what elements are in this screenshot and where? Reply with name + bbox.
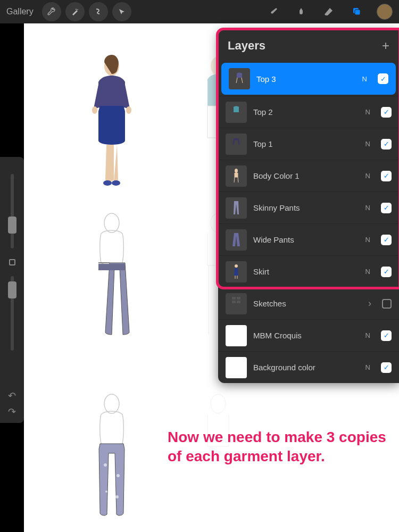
wand-tool-button[interactable] — [65, 2, 85, 21]
layer-name-label: Skirt — [253, 267, 359, 276]
layer-thumbnail — [226, 229, 247, 251]
layer-blend-mode[interactable]: N — [365, 172, 370, 180]
layer-blend-mode[interactable]: N — [365, 363, 370, 371]
selection-tool-button[interactable] — [89, 2, 108, 21]
svg-rect-21 — [232, 301, 236, 303]
layer-thumbnail — [226, 357, 247, 378]
layer-blend-mode[interactable]: N — [365, 268, 370, 276]
svg-point-17 — [235, 169, 238, 173]
smudge-tool-button[interactable] — [293, 3, 310, 20]
layer-thumbnail — [226, 325, 247, 346]
svg-point-13 — [117, 474, 120, 477]
layer-visibility-checkbox[interactable]: ✓ — [378, 73, 388, 84]
layer-visibility-checkbox[interactable] — [382, 299, 392, 309]
svg-rect-19 — [232, 297, 236, 300]
layer-visibility-checkbox[interactable]: ✓ — [381, 235, 392, 245]
svg-point-12 — [104, 463, 107, 467]
svg-point-3 — [92, 106, 97, 114]
svg-point-14 — [105, 491, 107, 493]
svg-point-11 — [104, 394, 119, 413]
layer-item[interactable]: Body Color 1N✓ — [218, 160, 399, 192]
figure-sketch-5 — [80, 390, 144, 532]
layer-thumbnail — [226, 102, 247, 123]
layers-panel-title: Layers — [228, 39, 265, 53]
brush-tool-button[interactable] — [265, 3, 282, 20]
layer-blend-mode[interactable]: N — [362, 75, 367, 83]
layer-name-label: Body Color 1 — [253, 171, 359, 180]
layer-blend-mode[interactable]: N — [365, 236, 370, 244]
arrow-tool-button[interactable] — [112, 2, 131, 21]
layer-item[interactable]: Wide PantsN✓ — [218, 223, 399, 255]
eraser-tool-button[interactable] — [320, 3, 337, 20]
layer-name-label: Sketches — [253, 299, 362, 308]
layer-visibility-checkbox[interactable]: ✓ — [381, 107, 392, 118]
layer-name-label: Top 3 — [256, 74, 356, 84]
svg-point-16 — [211, 394, 226, 413]
layer-visibility-checkbox[interactable]: ✓ — [381, 139, 392, 149]
opacity-slider[interactable] — [11, 276, 14, 351]
wrench-tool-button[interactable] — [42, 2, 61, 21]
layer-thumbnail — [226, 165, 247, 187]
layer-name-label: Wide Pants — [253, 235, 359, 244]
chevron-right-icon: › — [368, 298, 371, 309]
layer-item[interactable]: Top 1N✓ — [218, 128, 399, 160]
layer-name-label: Skinny Pants — [253, 203, 359, 212]
layer-blend-mode[interactable]: N — [365, 331, 370, 339]
layer-thumbnail — [229, 68, 250, 89]
layer-thumbnail — [226, 293, 247, 314]
layer-visibility-checkbox[interactable]: ✓ — [381, 171, 392, 181]
layer-name-label: Background color — [253, 363, 359, 372]
svg-point-8 — [104, 213, 119, 232]
svg-rect-1 — [355, 10, 360, 15]
modifier-button[interactable] — [9, 259, 15, 265]
layer-item[interactable]: Skinny PantsN✓ — [218, 192, 399, 223]
svg-point-5 — [103, 180, 112, 186]
layer-blend-mode[interactable]: N — [365, 108, 370, 116]
svg-point-4 — [126, 106, 131, 114]
layer-item[interactable]: Top 2N✓ — [218, 96, 399, 128]
svg-point-15 — [115, 495, 119, 498]
layer-name-label: Top 2 — [253, 107, 359, 117]
layer-visibility-checkbox[interactable]: ✓ — [381, 330, 392, 341]
svg-point-6 — [112, 180, 120, 186]
redo-button[interactable]: ↷ — [8, 406, 16, 418]
layer-thumbnail — [226, 134, 247, 155]
layer-item[interactable]: Top 3N✓ — [221, 63, 396, 95]
layer-blend-mode[interactable]: N — [365, 204, 370, 212]
left-sidebar: ↶ ↷ — [0, 157, 24, 423]
layer-item[interactable]: Background colorN✓ — [218, 351, 399, 383]
top-toolbar: Gallery — [0, 0, 399, 23]
color-picker-button[interactable] — [377, 4, 393, 20]
layer-visibility-checkbox[interactable]: ✓ — [381, 203, 392, 213]
undo-button[interactable]: ↶ — [8, 390, 16, 402]
figure-sketch-1 — [80, 53, 144, 204]
svg-point-18 — [235, 264, 238, 268]
layer-visibility-checkbox[interactable]: ✓ — [381, 362, 392, 373]
annotation-text: Now we need to make 3 copies of each gar… — [168, 428, 399, 467]
layers-panel: Layers + Top 3N✓Top 2N✓Top 1N✓Body Color… — [218, 30, 399, 383]
layer-thumbnail — [226, 197, 247, 219]
svg-rect-9 — [98, 264, 125, 270]
layers-tool-button[interactable] — [348, 3, 365, 20]
svg-rect-20 — [237, 297, 240, 300]
add-layer-button[interactable]: + — [382, 38, 389, 53]
gallery-button[interactable]: Gallery — [6, 7, 34, 16]
layer-item[interactable]: Sketches› — [218, 287, 399, 319]
layer-item[interactable]: SkirtN✓ — [218, 255, 399, 287]
layer-blend-mode[interactable]: N — [365, 140, 370, 148]
layer-name-label: Top 1 — [253, 139, 359, 148]
svg-rect-22 — [237, 301, 240, 303]
layer-thumbnail — [226, 261, 247, 282]
brush-size-slider[interactable] — [11, 174, 14, 248]
layer-visibility-checkbox[interactable]: ✓ — [381, 267, 392, 277]
layer-item[interactable]: MBM CroquisN✓ — [218, 319, 399, 351]
figure-sketch-3 — [80, 210, 144, 361]
layer-name-label: MBM Croquis — [253, 331, 359, 340]
